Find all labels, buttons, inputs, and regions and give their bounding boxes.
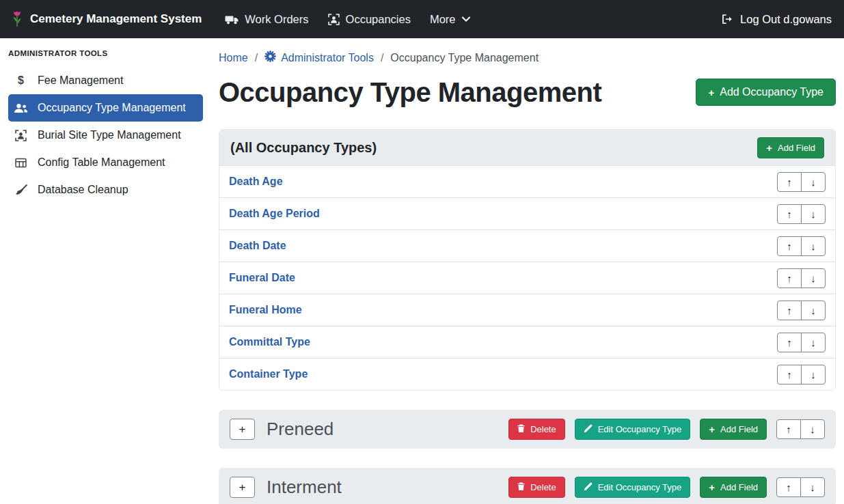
sidebar-item-label: Fee Management (38, 74, 123, 87)
move-up-button[interactable]: ↑ (777, 300, 802, 320)
field-row: Death Age Period ↑ ↓ (219, 197, 835, 229)
main-content: Home / (210, 38, 844, 504)
move-down-button[interactable]: ↓ (801, 333, 826, 352)
move-down-button[interactable]: ↓ (801, 365, 826, 384)
plus-icon: + (709, 482, 715, 492)
field-link[interactable]: Death Age (229, 176, 283, 188)
field-link[interactable]: Funeral Date (229, 272, 295, 284)
expand-section-button[interactable]: + (230, 477, 255, 498)
add-occupancy-type-button[interactable]: + Add Occupancy Type (696, 79, 836, 106)
edit-occupancy-type-label: Edit Occupancy Type (598, 424, 682, 434)
reorder-buttons: ↑ ↓ (777, 365, 826, 384)
field-row: Funeral Date ↑ ↓ (219, 262, 835, 294)
move-up-button[interactable]: ↑ (777, 365, 802, 384)
nav-more[interactable]: More (420, 8, 480, 31)
sidebar-item-occupancy-type-management[interactable]: Occupancy Type Management (8, 94, 203, 122)
sidebar-item-config-table-management[interactable]: Config Table Management (8, 149, 203, 176)
section-interment: + Interment Delete (219, 468, 836, 504)
sidebar-item-label: Occupancy Type Management (38, 102, 186, 114)
reorder-buttons: ↑ ↓ (777, 204, 826, 224)
arrow-down-icon: ↓ (811, 337, 816, 348)
breadcrumb-separator: / (255, 52, 258, 64)
plus-icon: + (766, 143, 772, 153)
nav-work-orders[interactable]: Work Orders (215, 8, 318, 31)
move-down-button[interactable]: ↓ (800, 419, 825, 439)
move-up-button[interactable]: ↑ (777, 333, 802, 352)
field-link[interactable]: Committal Type (229, 336, 310, 348)
expand-section-button[interactable]: + (230, 419, 255, 440)
add-field-label: Add Field (778, 143, 815, 153)
broom-icon (13, 184, 29, 195)
field-row: Death Age ↑ ↓ (219, 165, 835, 197)
sidebar-heading: Administrator Tools (0, 49, 210, 57)
breadcrumb-admin-tools-link[interactable]: Administrator Tools (264, 51, 374, 65)
field-link[interactable]: Death Age Period (229, 208, 320, 220)
reorder-buttons: ↑ ↓ (777, 268, 826, 288)
sidebar-item-fee-management[interactable]: $ Fee Management (8, 67, 203, 94)
sidebar-item-burial-site-type-management[interactable]: Burial Site Type Management (8, 122, 203, 149)
arrow-up-icon: ↑ (787, 305, 792, 316)
move-down-button[interactable]: ↓ (800, 477, 825, 497)
move-down-button[interactable]: ↓ (801, 172, 826, 192)
delete-button[interactable]: Delete (508, 419, 565, 440)
navbar-menu: Work Orders Occupancies More (215, 8, 479, 31)
logout-button[interactable]: Log Out d.gowans (721, 13, 833, 26)
section-actions: Delete Edit Occupancy Type + Add Field ↑ (508, 477, 825, 498)
sidebar-item-label: Database Cleanup (38, 184, 128, 196)
move-down-button[interactable]: ↓ (801, 204, 826, 224)
breadcrumb: Home / (219, 51, 836, 65)
move-up-button[interactable]: ↑ (776, 419, 801, 439)
move-up-button[interactable]: ↑ (777, 204, 802, 224)
field-row: Container Type ↑ ↓ (219, 358, 835, 390)
arrow-down-icon: ↓ (811, 208, 816, 220)
all-occupancy-types-header: (All Occupancy Types) + Add Field (219, 130, 835, 165)
field-link[interactable]: Funeral Home (229, 304, 302, 316)
breadcrumb-admin-tools-label: Administrator Tools (281, 52, 374, 64)
edit-occupancy-type-button[interactable]: Edit Occupancy Type (575, 419, 691, 440)
move-up-button[interactable]: ↑ (777, 268, 802, 288)
arrow-up-icon: ↑ (786, 481, 791, 493)
reorder-buttons: ↑ ↓ (776, 419, 825, 439)
move-down-button[interactable]: ↓ (801, 236, 826, 256)
app-brand[interactable]: Cemetery Management System (11, 10, 202, 28)
arrow-down-icon: ↓ (811, 305, 816, 316)
arrow-up-icon: ↑ (786, 423, 791, 435)
logout-icon (721, 14, 733, 25)
arrow-up-icon: ↑ (787, 208, 792, 220)
top-navbar: Cemetery Management System Work Orders (0, 0, 844, 38)
add-field-button[interactable]: + Add Field (700, 477, 767, 498)
arrow-up-icon: ↑ (787, 272, 792, 284)
add-field-button[interactable]: + Add Field (757, 137, 824, 158)
app-title: Cemetery Management System (30, 12, 202, 26)
tulip-logo-icon (11, 10, 23, 28)
breadcrumb-home-link[interactable]: Home (219, 52, 248, 64)
plus-icon: + (709, 424, 715, 434)
plus-icon: + (708, 87, 714, 98)
section-title: Interment (267, 477, 342, 498)
dollar-icon: $ (13, 74, 29, 87)
move-up-button[interactable]: ↑ (777, 236, 802, 256)
arrow-down-icon: ↓ (811, 272, 816, 284)
add-field-button[interactable]: + Add Field (700, 419, 767, 440)
delete-button[interactable]: Delete (508, 477, 565, 498)
table-icon (13, 158, 29, 168)
move-up-button[interactable]: ↑ (777, 172, 802, 192)
page-layout: Administrator Tools $ Fee Management Occ… (0, 38, 844, 504)
arrow-up-icon: ↑ (787, 240, 792, 252)
reorder-buttons: ↑ ↓ (777, 172, 826, 192)
edit-occupancy-type-label: Edit Occupancy Type (598, 482, 682, 492)
sidebar-item-database-cleanup[interactable]: Database Cleanup (8, 176, 203, 204)
add-field-label: Add Field (720, 482, 758, 492)
all-occupancy-types-card: (All Occupancy Types) + Add Field Death … (219, 129, 836, 391)
sidebar-item-label: Burial Site Type Management (38, 129, 181, 141)
nav-occupancies[interactable]: Occupancies (318, 8, 420, 31)
field-link[interactable]: Death Date (229, 240, 286, 252)
move-down-button[interactable]: ↓ (801, 268, 826, 288)
move-down-button[interactable]: ↓ (801, 300, 826, 320)
edit-occupancy-type-button[interactable]: Edit Occupancy Type (575, 477, 691, 498)
move-up-button[interactable]: ↑ (776, 477, 801, 497)
nav-more-label: More (430, 13, 456, 26)
arrow-down-icon: ↓ (811, 176, 816, 188)
field-link[interactable]: Container Type (229, 368, 308, 380)
sidebar: Administrator Tools $ Fee Management Occ… (0, 38, 210, 504)
